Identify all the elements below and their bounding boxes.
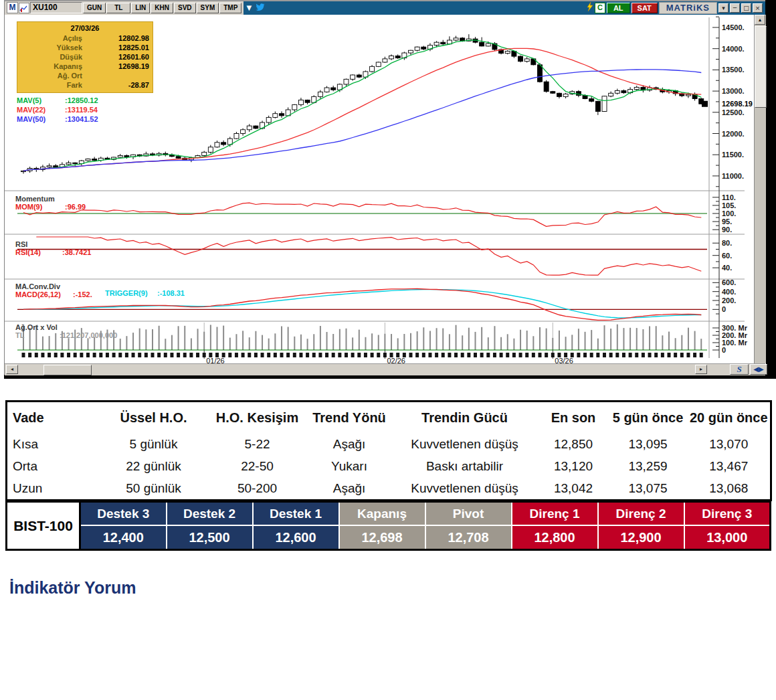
scroll-up-button[interactable]: ▴ — [755, 15, 765, 25]
lightning-icon[interactable] — [587, 2, 593, 14]
resistance3-value: 13,000 — [684, 525, 771, 550]
mav22-value: :13119.54 — [65, 106, 98, 114]
info-date: 27/03/26 — [21, 24, 149, 32]
mav22-legend: MAV(22):13119.54 — [17, 106, 98, 114]
cell: 13,467 — [688, 455, 771, 477]
cell: 13,120 — [539, 455, 609, 477]
toolbar-button-svd[interactable]: SVD — [174, 3, 196, 13]
cell: 50 günlük — [100, 477, 207, 501]
table-row: Orta 22 günlük 22-50 Yukarı Baskı artabi… — [7, 455, 771, 477]
toolbar-button-tl[interactable]: TL — [106, 3, 130, 13]
cell: Orta — [7, 455, 100, 477]
resistance2-value: 12,900 — [598, 525, 684, 550]
svg-text:90.: 90. — [722, 226, 732, 234]
svg-text:14500.: 14500. — [722, 23, 745, 31]
svg-text:0: 0 — [722, 305, 726, 313]
cell: 13,070 — [688, 433, 771, 455]
resistance2-header: Direnç 2 — [598, 502, 684, 526]
twitter-icon[interactable] — [256, 2, 266, 14]
pivot-header: Pivot — [425, 502, 512, 526]
svg-text:12698.19: 12698.19 — [722, 100, 753, 108]
mav5-value: :12850.12 — [65, 96, 98, 105]
svg-text:105.: 105. — [722, 201, 736, 209]
pivot-header-row: BIST-100 Destek 3 Destek 2 Destek 1 Kapa… — [7, 502, 771, 526]
col-header: Vade — [7, 402, 100, 434]
toolbar-button-gun[interactable]: GUN — [83, 3, 106, 13]
svg-text:13000.: 13000. — [722, 87, 745, 95]
info-value: -28.87 — [82, 80, 149, 90]
toolbar-button-sym[interactable]: SYM — [197, 3, 219, 13]
info-label: Açılış — [21, 33, 82, 43]
col-header: 20 gün önce — [688, 402, 771, 434]
toolbar-button-khn[interactable]: KHN — [151, 3, 173, 13]
toolbar-button-lin[interactable]: LIN — [131, 3, 150, 13]
cell: 22-50 — [207, 455, 308, 477]
svg-text:0: 0 — [722, 346, 726, 354]
titlebar: M XU100 GUN TL LIN KHN SVD SYM TMP ▼ — [5, 1, 765, 15]
toolbar-button-tmp[interactable]: TMP — [219, 3, 241, 13]
symbol-field[interactable]: XU100 — [30, 2, 82, 13]
cell: Baskı artabilir — [391, 455, 539, 477]
info-label: Fark — [21, 80, 82, 90]
analysis-header-row: Vade Üssel H.O. H.O. Kesişim Trend Yönü … — [7, 402, 771, 434]
col-header: H.O. Kesişim — [207, 402, 308, 434]
support1-value: 12,600 — [253, 525, 339, 550]
mav50-legend: MAV(50):13041.52 — [17, 115, 98, 124]
matriks-s-logo-button[interactable]: S — [730, 364, 749, 375]
support3-value: 12,400 — [80, 525, 167, 550]
info-label: Yüksek — [21, 43, 82, 52]
indicator-comment-heading: İndikatör Yorum — [9, 578, 136, 598]
window-close-button[interactable]: × — [753, 3, 763, 13]
horizontal-scrollbar[interactable]: ◂ ▸ S ◀▶ — [5, 363, 765, 375]
scroll-right-button[interactable]: ▸ — [695, 365, 707, 374]
cell: 13,068 — [688, 477, 771, 501]
support3-header: Destek 3 — [80, 502, 167, 526]
trigger-param-label: TRIGGER(9) — [105, 290, 148, 297]
cell: 5 günlük — [100, 433, 207, 455]
toolbar-right: C AL SAT MATRiKS ▾ ─ □ × — [587, 2, 765, 14]
svg-text:40.: 40. — [722, 264, 732, 272]
scroll-left-button[interactable]: ◂ — [6, 365, 18, 374]
cell: 13,095 — [609, 433, 688, 455]
support2-header: Destek 2 — [167, 502, 253, 526]
svg-text:110.: 110. — [722, 193, 736, 201]
info-value: 12802.98 — [82, 33, 149, 43]
svg-text:12000.: 12000. — [722, 130, 745, 138]
toolbar-left: M XU100 GUN TL LIN KHN SVD SYM TMP — [5, 1, 244, 15]
cell: Kuvvetlenen düşüş — [391, 433, 539, 455]
window-maximize-button[interactable]: □ — [741, 3, 751, 13]
col-header: Üssel H.O. — [100, 402, 207, 434]
cell: Kuvvetlenen düşüş — [391, 477, 539, 501]
horizontal-scroll-thumb[interactable] — [43, 365, 92, 375]
trigger-value: :-108.31 — [157, 290, 185, 297]
sell-button[interactable]: SAT — [632, 3, 658, 13]
volume-value: :121,207,000,000 — [60, 332, 117, 339]
window-dropdown-button[interactable]: ▾ — [718, 3, 729, 13]
cell: Yukarı — [308, 455, 391, 477]
macd-param-label: MACD(26,12) — [15, 291, 61, 298]
close-value: 12,698 — [339, 525, 425, 550]
svg-text:95.: 95. — [722, 217, 732, 226]
mav5-label: MAV(5) — [17, 96, 65, 105]
rsi-panel-title: RSI — [15, 241, 27, 248]
svg-text:100.: 100. — [722, 209, 736, 217]
mav50-label: MAV(50) — [17, 115, 65, 124]
cell: 50-200 — [207, 477, 308, 501]
buy-button[interactable]: AL — [607, 3, 630, 13]
pivot-row-label: BIST-100 — [7, 502, 80, 550]
vertical-scrollbar[interactable]: ▴ — [754, 15, 766, 363]
svg-text:400.: 400. — [722, 288, 736, 296]
vertical-scroll-thumb[interactable] — [755, 26, 767, 108]
cell: 13,075 — [609, 477, 688, 501]
table-row: Uzun 50 günlük 50-200 Aşağı Kuvvetlenen … — [7, 477, 771, 501]
svg-text:12500.: 12500. — [722, 108, 745, 116]
chevron-down-icon[interactable]: ▼ — [244, 3, 254, 13]
volume-param-label: TL — [15, 332, 24, 339]
svg-text:200.: 200. — [722, 296, 736, 304]
window-minimize-button[interactable]: ─ — [730, 3, 740, 13]
chart-page-nav-button[interactable]: ◀▶ — [750, 364, 767, 375]
info-label: Kapanış — [21, 62, 82, 71]
macd-panel-title: MA.Conv.Div — [15, 283, 60, 290]
c-badge-icon[interactable]: C — [595, 3, 605, 13]
ohlc-info-box: 27/03/26 Açılış12802.98 Yüksek12825.01 D… — [17, 21, 153, 93]
